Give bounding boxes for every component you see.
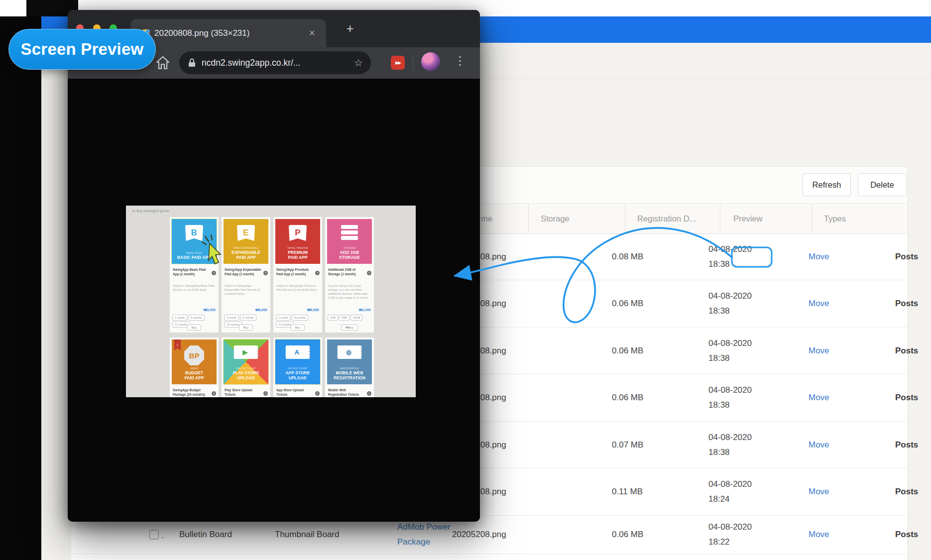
duration-chip[interactable]: 1 month (224, 315, 239, 321)
move-link[interactable]: Move (809, 299, 829, 309)
profile-avatar[interactable] (421, 52, 440, 71)
refresh-button[interactable]: Refresh (803, 173, 851, 196)
browser-menu-icon[interactable]: ⋮ (454, 54, 466, 68)
buy-button[interactable]: Buy (291, 325, 305, 331)
tile-small-label: STORAGE (344, 247, 355, 249)
duration-chip[interactable]: 6 months (188, 315, 205, 321)
browser-tab[interactable]: 20200808.png (353×231) ✕ (130, 19, 326, 47)
pricing-card[interactable]: AUPLOAD TICKETAPP STORE UPLOADApp Store … (273, 337, 322, 397)
storage-cell: 0.06 MB (612, 346, 643, 356)
duration-chip[interactable]: 1 month (276, 315, 291, 321)
info-icon[interactable]: ? (212, 271, 216, 275)
column-header-name: me (481, 214, 492, 224)
bookmark-star-icon[interactable]: ☆ (354, 57, 363, 69)
duration-chip[interactable]: 1 month (172, 315, 187, 321)
card-tile[interactable]: BPSWINGBUDGET PAID APP2 (172, 339, 217, 384)
move-link[interactable]: Move (809, 440, 829, 450)
registration-date-cell: 04-08-202018:38 (708, 383, 752, 413)
board-type-cell: Thumbnail Board (275, 530, 339, 540)
storage-cell: 0.06 MB (612, 299, 643, 309)
browser-viewport: ≫ Buy packaged goods BSWING BASICBASIC P… (68, 79, 480, 522)
buy-button[interactable]: Buy (187, 325, 201, 331)
storage-cell: 0.08 MB (612, 252, 643, 262)
card-title: SwingApp Basic Paid App (1 month) (173, 268, 210, 276)
move-link-highlighted[interactable]: Move (809, 252, 829, 262)
header-separator (720, 203, 720, 234)
registration-date-cell: 04-08-202018:38 (708, 289, 752, 319)
row-checkbox[interactable] (149, 530, 159, 540)
buy-button[interactable]: Buy (239, 325, 253, 331)
home-icon[interactable] (156, 55, 170, 72)
card-title: Swing2App Expandable Paid App (1 month) (225, 268, 261, 276)
duration-chip[interactable]: 6 months (240, 315, 256, 321)
card-price: ₩6,600 (255, 308, 267, 312)
pricing-card[interactable]: BPSWINGBUDGET PAID APP2SwingApp Budget P… (170, 337, 219, 397)
type-cell: Posts (895, 299, 918, 309)
duration-chip[interactable]: 6 months (292, 315, 308, 321)
tile-caption: APP STORE UPLOAD (286, 371, 310, 380)
info-icon[interactable]: ? (315, 391, 320, 396)
card-tile[interactable]: ▶UPLOAD TICKETPLAY STORE UPLOAD (224, 339, 268, 384)
card-tile[interactable]: STORAGEADD 2GB STORAGE (327, 219, 372, 264)
card-title: Play Store Upload Tickets (225, 388, 261, 397)
card-price: ₩3,000 (204, 308, 216, 312)
card-title: Additional 2GB of Storage (1 month) (328, 268, 365, 276)
info-icon[interactable]: ? (263, 271, 268, 275)
card-tile[interactable]: ◍REGISTRATIONMOBILE WEB REGISTRATION (327, 339, 372, 384)
duration-chip[interactable]: 5GB (339, 315, 349, 321)
new-tab-button[interactable]: + (343, 21, 357, 36)
tile-small-label: SWING EXPANDABLE (233, 247, 259, 249)
tile-small-label: UPLOAD TICKET (288, 367, 308, 370)
pricing-card[interactable]: ◍REGISTRATIONMOBILE WEB REGISTRATIONMobi… (325, 337, 374, 397)
move-link[interactable]: Move (809, 393, 829, 403)
url-text: ncdn2.swing2app.co.kr/... (202, 58, 354, 68)
card-title: Swing2App Premium Paid App (1 month) (276, 268, 313, 276)
tile-small-label: SWING BASIC (186, 252, 202, 254)
screen-preview-badge: Screen Preview (8, 29, 156, 70)
column-header-preview: Preview (733, 214, 763, 224)
buy-button[interactable]: ₩Buy (341, 325, 358, 331)
toolbar-divider (413, 55, 413, 71)
table-bottom-area (71, 554, 907, 560)
pricing-card[interactable]: STORAGEADD 2GB STORAGEAdditional 2GB of … (325, 217, 374, 333)
info-icon[interactable]: ? (367, 391, 371, 396)
tab-close-icon[interactable]: ✕ (309, 19, 315, 47)
storage-cell: 0.06 MB (612, 393, 643, 403)
card-description: Switch to Swing2App Premium Paid Service… (276, 284, 318, 292)
tile-caption: PREMIUM PAID APP (288, 250, 308, 260)
info-icon[interactable]: ? (367, 271, 371, 275)
registration-date-cell: 04-08-202018:24 (708, 477, 752, 507)
storage-cell: 0.11 MB (612, 487, 643, 497)
extension-icon[interactable]: ▶▶ (391, 56, 405, 70)
pricing-card[interactable]: PSWING PREMIUMPREMIUM PAID APPSwing2App … (273, 217, 322, 333)
duration-chip[interactable]: 2GB (328, 315, 338, 321)
card-tile[interactable]: PSWING PREMIUMPREMIUM PAID APP (275, 219, 320, 264)
card-title: SwingApp Budget Package (24 months) (173, 388, 210, 397)
duration-chip[interactable]: 10GB (350, 315, 362, 321)
lock-icon (188, 58, 196, 67)
address-bar[interactable]: ncdn2.swing2app.co.kr/... ☆ (179, 51, 371, 74)
screen-preview-badge-label: Screen Preview (21, 40, 144, 59)
tile-caption: BUDGET PAID APP (184, 371, 204, 380)
delete-button[interactable]: Delete (858, 173, 907, 196)
type-cell: Posts (895, 440, 918, 450)
app-link[interactable]: AdMob Power Package (397, 520, 451, 550)
image-note-text: ≫ Buy packaged goods (132, 209, 169, 213)
card-tile[interactable]: AUPLOAD TICKETAPP STORE UPLOAD (275, 339, 320, 384)
info-icon[interactable]: ? (315, 271, 320, 275)
file-name-cell: 20205208.png (452, 530, 506, 540)
tile-small-label: REGISTRATION (340, 367, 358, 370)
tile-caption: ADD 2GB STORAGE (339, 250, 360, 260)
info-icon[interactable]: ? (212, 391, 216, 396)
move-link[interactable]: Move (809, 530, 829, 540)
card-description: Switch to Swing2App Basic Paid Service (… (173, 284, 215, 292)
info-icon[interactable]: ? (263, 391, 268, 396)
pricing-card[interactable]: ▶UPLOAD TICKETPLAY STORE UPLOADPlay Stor… (222, 337, 270, 397)
image-preview-browser-window: 20200808.png (353×231) ✕ + ncdn2.swing2a… (68, 10, 480, 522)
tile-small-label: SWING (190, 367, 199, 370)
move-link[interactable]: Move (809, 487, 829, 497)
header-separator (528, 203, 529, 234)
cursor-icon (202, 234, 232, 267)
move-link[interactable]: Move (809, 346, 829, 356)
page-left-dark-strip (0, 16, 41, 560)
